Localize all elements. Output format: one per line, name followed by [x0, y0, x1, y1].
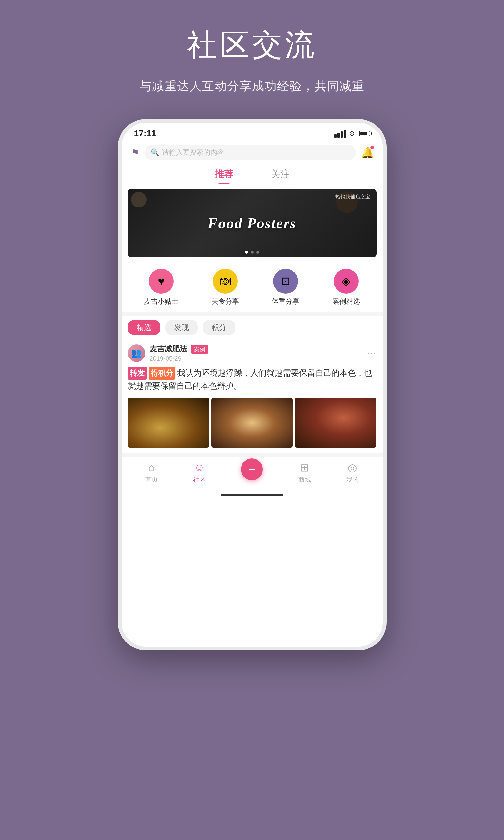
bottom-divider [122, 453, 383, 457]
home-icon: ⌂ [148, 461, 155, 473]
post-category-tag: 案例 [191, 345, 209, 354]
post-content: 转发 得积分 我认为环境越浮躁，人们就越需要保留自己的本色，也就越需要保留自己的… [128, 367, 377, 393]
location-icon[interactable]: ⚑ [131, 147, 139, 158]
cases-icon: ◈ [334, 269, 359, 294]
banner-subtitle: 热销款铺店之宝 [335, 194, 370, 200]
home-indicator [221, 494, 283, 496]
category-weight[interactable]: ⊡ 体重分享 [272, 269, 299, 306]
tips-label: 麦吉小贴士 [144, 297, 178, 306]
status-time: 17:11 [134, 128, 157, 139]
post-more-icon[interactable]: ··· [367, 348, 376, 358]
dot-1 [245, 251, 248, 254]
nav-add[interactable]: + [241, 465, 263, 480]
weight-label: 体重分享 [272, 297, 299, 306]
page-subtitle: 与减重达人互动分享成功经验，共同减重 [140, 78, 365, 94]
food-icon: 🍽 [213, 269, 238, 294]
filter-featured[interactable]: 精选 [128, 320, 160, 335]
banner: Food Posters 热销款铺店之宝 [128, 189, 377, 257]
divider [122, 312, 383, 316]
filter-discover[interactable]: 发现 [165, 320, 198, 335]
nav-home[interactable]: ⌂ 首页 [145, 461, 158, 484]
post-username-row: 麦吉减肥法 案例 [150, 344, 363, 354]
tab-recommended[interactable]: 推荐 [215, 168, 233, 184]
phone-mockup: 17:11 ⊛ ⚑ 🔍 请输入要搜索的内容 🔔 推荐 关注 [118, 119, 386, 650]
status-icons: ⊛ [334, 129, 370, 138]
status-bar: 17:11 ⊛ [122, 123, 383, 142]
tab-following[interactable]: 关注 [271, 168, 290, 184]
battery-icon [359, 131, 370, 136]
dot-3 [256, 251, 259, 254]
post-date: 2019-05-29 [150, 355, 363, 362]
post-tag-points: 得积分 [149, 367, 175, 380]
top-nav: ⚑ 🔍 请输入要搜索的内容 🔔 [122, 142, 383, 165]
category-tips[interactable]: ♥ 麦吉小贴士 [144, 269, 178, 306]
search-icon: 🔍 [150, 148, 159, 157]
shop-label: 商城 [299, 476, 311, 484]
banner-decor-1 [131, 192, 146, 208]
bottom-nav: ⌂ 首页 ☺ 社区 + ⊞ 商城 ◎ 我的 [122, 457, 383, 492]
community-label: 社区 [193, 475, 205, 484]
post-image-2 [211, 398, 293, 448]
nav-community[interactable]: ☺ 社区 [193, 461, 205, 484]
post-meta: 麦吉减肥法 案例 2019-05-29 [150, 344, 363, 362]
post-tag-forward: 转发 [128, 367, 146, 380]
weight-icon: ⊡ [273, 269, 298, 294]
filter-tabs: 精选 发现 积分 [122, 316, 383, 339]
food-label: 美食分享 [212, 297, 239, 306]
nav-profile[interactable]: ◎ 我的 [346, 461, 359, 484]
post-header: 👥 麦吉减肥法 案例 2019-05-29 ··· [128, 344, 377, 362]
dot-2 [251, 251, 254, 254]
signal-icon [334, 130, 346, 138]
tips-icon: ♥ [149, 269, 174, 294]
cases-label: 案例精选 [332, 297, 360, 306]
notification-badge [370, 146, 374, 149]
home-label: 首页 [145, 475, 158, 484]
main-tabs: 推荐 关注 [122, 165, 383, 184]
search-placeholder: 请输入要搜索的内容 [162, 148, 224, 157]
category-cases[interactable]: ◈ 案例精选 [332, 269, 360, 306]
community-icon: ☺ [194, 461, 205, 473]
nav-shop[interactable]: ⊞ 商城 [299, 461, 311, 484]
page-title: 社区交流 [187, 25, 317, 66]
filter-points[interactable]: 积分 [203, 320, 235, 335]
category-food[interactable]: 🍽 美食分享 [212, 269, 239, 306]
add-button[interactable]: + [241, 459, 263, 480]
post-username: 麦吉减肥法 [150, 344, 187, 353]
post-image-1 [128, 398, 209, 448]
search-bar[interactable]: 🔍 请输入要搜索的内容 [144, 145, 356, 160]
wifi-icon: ⊛ [349, 129, 355, 138]
post-card: 👥 麦吉减肥法 案例 2019-05-29 ··· 转发 得积分 我认为环境越浮… [122, 339, 383, 453]
post-image-3 [295, 398, 376, 448]
profile-label: 我的 [346, 476, 359, 484]
shop-icon: ⊞ [300, 461, 309, 474]
category-section: ♥ 麦吉小贴士 🍽 美食分享 ⊡ 体重分享 ◈ 案例精选 [122, 263, 383, 312]
notification-bell[interactable]: 🔔 [361, 146, 373, 159]
banner-text: Food Posters [208, 215, 296, 232]
profile-icon: ◎ [348, 461, 357, 474]
post-avatar: 👥 [128, 344, 145, 362]
banner-dots [245, 251, 259, 254]
post-images [128, 398, 377, 448]
